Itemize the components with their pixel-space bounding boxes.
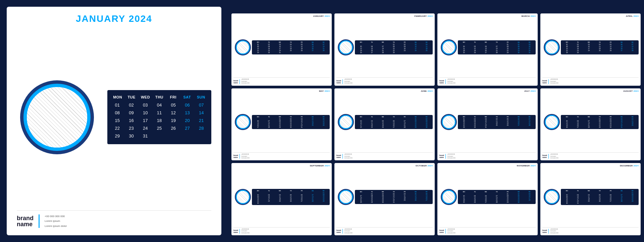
small-cal-day: 00 bbox=[561, 192, 573, 194]
small-cal-day: 15 bbox=[253, 48, 264, 49]
small-cal-day: 19 bbox=[410, 197, 421, 199]
small-cal-day: 27 bbox=[616, 50, 627, 51]
small-cal-day: 00 bbox=[513, 126, 524, 128]
small-footer: brandname +00 000 000 000 Lorem ipsum Lo… bbox=[336, 77, 433, 84]
small-footer: brandname +00 000 000 000 Lorem ipsum Lo… bbox=[233, 152, 330, 159]
small-cal-day: 26 bbox=[377, 126, 388, 128]
small-cal-day: 29 bbox=[502, 52, 513, 53]
small-contact-info: +00 000 000 000 Lorem ipsum Lorem ipsum … bbox=[241, 79, 250, 84]
small-cal-day: 05 bbox=[594, 194, 605, 196]
small-cal-day: 28 bbox=[491, 201, 502, 203]
small-cal-day: 25 bbox=[367, 126, 378, 128]
small-day-header: TH bbox=[388, 116, 399, 118]
small-cal-header: NOVEMBER 2024 bbox=[439, 165, 536, 167]
small-cal-day: 11 bbox=[459, 197, 470, 199]
small-contact-divider bbox=[342, 154, 343, 159]
small-cal-day: 25 bbox=[307, 124, 318, 126]
small-day-header: WE bbox=[480, 116, 491, 118]
small-cal-day: 08 bbox=[502, 195, 513, 197]
small-cal-day: 25 bbox=[583, 200, 594, 202]
small-cal-day: 16 bbox=[605, 122, 616, 124]
small-cal-day: 06 bbox=[253, 120, 264, 122]
small-cal-day: 01 bbox=[274, 118, 285, 120]
small-day-header: TU bbox=[470, 191, 481, 193]
small-cal-day: 00 bbox=[285, 52, 297, 53]
small-contact-info: +00 000 000 000 Lorem ipsum Lorem ipsum … bbox=[344, 79, 353, 84]
small-cal-day: 26 bbox=[470, 52, 481, 53]
large-cal-day: 01 bbox=[111, 102, 124, 108]
small-cal-day: 11 bbox=[367, 122, 378, 124]
small-cal-header: MAY 2024 bbox=[233, 90, 330, 92]
small-cal-day: 07 bbox=[307, 194, 318, 196]
small-day-header: TH bbox=[285, 190, 297, 192]
small-cal-day: 29 bbox=[627, 200, 638, 202]
small-cal-day: 14 bbox=[377, 48, 388, 49]
small-brand-name: brandname bbox=[542, 229, 547, 233]
small-cal-day: 15 bbox=[459, 122, 470, 124]
small-day-header: FR bbox=[296, 41, 307, 43]
small-cal-day: 02 bbox=[513, 44, 524, 45]
small-cal-day: 18 bbox=[285, 48, 297, 49]
small-cal-day: 26 bbox=[410, 199, 421, 201]
small-cal-day: 12 bbox=[605, 46, 616, 47]
small-cal-day: 09 bbox=[421, 120, 432, 122]
small-cal-day: 00 bbox=[307, 52, 318, 53]
small-day-header: TU bbox=[573, 190, 584, 192]
small-calendar-july: JULY 2024 MOTUWETHFRSASU0102030405060708… bbox=[437, 88, 538, 161]
small-cal-day: 08 bbox=[459, 120, 470, 122]
small-cal-day: 28 bbox=[627, 50, 638, 51]
small-cal-day: 23 bbox=[513, 199, 524, 201]
small-cal-day: 12 bbox=[377, 122, 388, 124]
small-day-header: TU bbox=[573, 116, 584, 118]
small-cal-day: 03 bbox=[573, 194, 584, 196]
small-footer: brandname +00 000 000 000 Lorem ipsum Lo… bbox=[439, 77, 536, 84]
small-cal-day: 04 bbox=[627, 118, 638, 120]
small-cal-day: 27 bbox=[421, 199, 432, 201]
small-circle-wrap bbox=[542, 168, 561, 226]
small-cal-day: 15 bbox=[561, 48, 573, 49]
small-cal-day: 19 bbox=[318, 122, 329, 124]
small-calendar-november: NOVEMBER 2024 MOTUWETHFRSASU000000000102… bbox=[437, 163, 538, 235]
small-day-header: SA bbox=[307, 190, 318, 192]
small-cal-day: 21 bbox=[491, 50, 502, 51]
small-circle-photo bbox=[340, 41, 352, 53]
small-cal-day: 02 bbox=[377, 193, 388, 195]
large-cal-day: 02 bbox=[125, 102, 138, 108]
large-cal-day: 04 bbox=[153, 102, 166, 108]
small-cal-day: 19 bbox=[285, 198, 297, 200]
small-cal-day: 13 bbox=[480, 48, 491, 49]
small-cal-day: 30 bbox=[285, 126, 297, 128]
small-circle-wrap bbox=[233, 93, 252, 152]
large-cal-day: 17 bbox=[139, 117, 152, 124]
small-cal-header: OCTOBER 2024 bbox=[336, 165, 433, 167]
small-cal-day: 20 bbox=[253, 124, 264, 126]
small-cal-day: 17 bbox=[356, 124, 367, 126]
small-cal-day: 14 bbox=[307, 196, 318, 198]
small-cal-day: 00 bbox=[367, 44, 378, 45]
small-day-header: TU bbox=[264, 41, 275, 43]
small-cal-day: 25 bbox=[421, 50, 432, 51]
small-cal-day: 29 bbox=[594, 126, 605, 128]
small-day-header: TU bbox=[470, 41, 481, 43]
small-cal-day: 21 bbox=[307, 198, 318, 200]
small-calendar-december: DECEMBER 2024 MOTUWETHFRSASU000000000000… bbox=[540, 163, 641, 235]
small-day-header: TH bbox=[285, 116, 297, 118]
large-cal-day: 27 bbox=[181, 125, 194, 131]
small-cal-day: 24 bbox=[410, 50, 421, 51]
small-day-header: FR bbox=[605, 116, 616, 118]
small-day-header: MO bbox=[459, 191, 470, 193]
small-cal-day: 03 bbox=[524, 44, 535, 45]
small-cal-day: 04 bbox=[459, 46, 470, 47]
small-cal-day: 24 bbox=[388, 199, 399, 201]
small-day-header: SA bbox=[513, 191, 524, 193]
small-day-header: MO bbox=[561, 190, 573, 192]
small-cal-day: 00 bbox=[318, 202, 329, 204]
small-cal-day: 24 bbox=[573, 200, 584, 202]
small-cal-day: 01 bbox=[594, 118, 605, 120]
small-calendar-january: JANUARY 2024 MOTUWETHFRSASU0102030405060… bbox=[231, 13, 332, 86]
small-cal-day: 08 bbox=[561, 46, 573, 47]
small-cal-day: 00 bbox=[377, 44, 388, 45]
small-cal-day: 10 bbox=[524, 195, 535, 197]
small-cal-day: 00 bbox=[491, 193, 502, 195]
contact-info: +00 000 000 000 Lorem ipsum Lorem ipsum … bbox=[45, 214, 67, 229]
